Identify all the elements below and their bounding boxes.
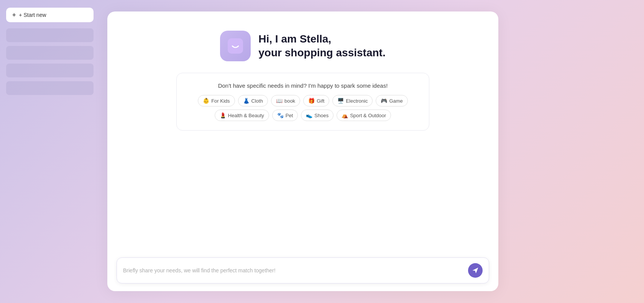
svg-rect-0 bbox=[228, 38, 243, 54]
hero-section: Hi, I am Stella, your shopping assistant… bbox=[220, 31, 385, 61]
category-tag[interactable]: 👗Cloth bbox=[238, 95, 268, 106]
send-button[interactable] bbox=[468, 263, 483, 278]
category-tag[interactable]: 🐾Pet bbox=[272, 110, 298, 121]
tag-label: Electronic bbox=[346, 98, 368, 104]
category-tag[interactable]: 💄Health & Beauty bbox=[215, 110, 269, 121]
chat-container: Hi, I am Stella, your shopping assistant… bbox=[107, 11, 498, 291]
category-tag[interactable]: 🎁Gift bbox=[303, 95, 329, 106]
skeleton-bar-2 bbox=[6, 46, 94, 60]
tag-label: For Kids bbox=[211, 98, 230, 104]
tag-icon: 💄 bbox=[220, 112, 226, 118]
category-tag[interactable]: 👶For Kids bbox=[198, 95, 235, 106]
send-icon bbox=[472, 267, 479, 274]
tag-label: Shoes bbox=[314, 113, 329, 118]
greeting-line1: Hi, I am Stella, bbox=[258, 33, 331, 45]
category-tag[interactable]: ⛺Sport & Outdoor bbox=[337, 110, 391, 121]
input-area bbox=[107, 251, 498, 291]
greeting: Hi, I am Stella, your shopping assistant… bbox=[258, 32, 385, 60]
tag-icon: 🖥️ bbox=[337, 98, 344, 104]
suggestion-prompt: Don't have specific needs in mind? I'm h… bbox=[187, 82, 418, 89]
skeleton-bar-1 bbox=[6, 28, 94, 42]
tag-icon: 👶 bbox=[203, 98, 209, 104]
category-tag[interactable]: 📖book bbox=[271, 95, 300, 106]
tag-icon: 📖 bbox=[276, 98, 283, 104]
chat-input[interactable] bbox=[123, 267, 464, 274]
tag-label: book bbox=[284, 98, 295, 104]
sidebar: + + Start new bbox=[0, 0, 100, 303]
tag-icon: 🎁 bbox=[308, 98, 315, 104]
tag-label: Pet bbox=[286, 113, 293, 118]
suggestion-card: Don't have specific needs in mind? I'm h… bbox=[176, 73, 429, 131]
hero-text: Hi, I am Stella, your shopping assistant… bbox=[258, 32, 385, 60]
skeleton-bar-4 bbox=[6, 81, 94, 95]
tag-label: Game bbox=[389, 98, 402, 104]
greeting-line2: your shopping assistant. bbox=[258, 47, 385, 59]
start-new-button[interactable]: + + Start new bbox=[6, 8, 94, 22]
avatar bbox=[220, 31, 251, 61]
tag-icon: ⛺ bbox=[342, 112, 348, 118]
tag-icon: 🎮 bbox=[381, 98, 387, 104]
tag-icon: 👗 bbox=[243, 98, 250, 104]
chat-body: Hi, I am Stella, your shopping assistant… bbox=[107, 11, 498, 251]
category-tag[interactable]: 🖥️Electronic bbox=[332, 95, 373, 106]
tag-icon: 👟 bbox=[306, 112, 312, 118]
tag-label: Gift bbox=[317, 98, 324, 104]
tag-icon: 🐾 bbox=[277, 112, 284, 118]
sidebar-history bbox=[6, 28, 94, 95]
tag-label: Health & Beauty bbox=[228, 113, 264, 118]
category-tag[interactable]: 👟Shoes bbox=[301, 110, 334, 121]
skeleton-bar-3 bbox=[6, 64, 94, 77]
right-panel bbox=[506, 0, 644, 303]
tag-label: Cloth bbox=[251, 98, 263, 104]
main-content: Hi, I am Stella, your shopping assistant… bbox=[100, 0, 506, 303]
tags-row: 👶For Kids👗Cloth📖book🎁Gift🖥️Electronic🎮Ga… bbox=[187, 95, 418, 121]
start-new-label: + Start new bbox=[19, 12, 46, 18]
category-tag[interactable]: 🎮Game bbox=[376, 95, 407, 106]
tag-label: Sport & Outdoor bbox=[350, 113, 386, 118]
plus-icon: + bbox=[12, 11, 16, 18]
input-wrapper bbox=[117, 257, 489, 283]
